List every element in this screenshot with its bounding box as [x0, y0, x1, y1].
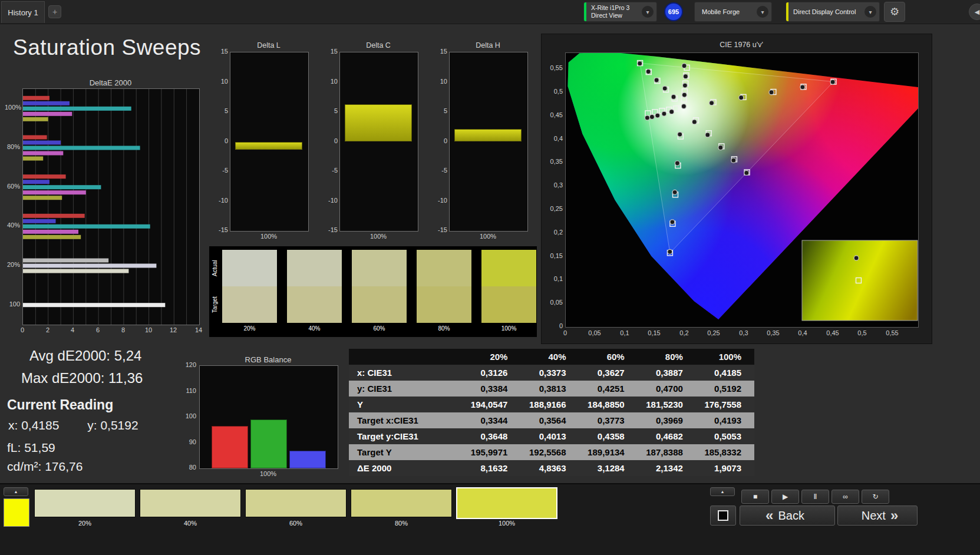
chevron-down-icon[interactable]: ▾ — [864, 6, 876, 18]
de-bar — [23, 230, 78, 234]
measured-marker — [646, 70, 651, 74]
stop-icon: ■ — [753, 493, 757, 501]
display-control-dropdown[interactable]: Direct Display Control ▾ — [786, 2, 880, 22]
measured-marker — [654, 78, 659, 82]
play-icon: ▶ — [783, 493, 788, 501]
saturation-swatch-40%[interactable] — [140, 489, 241, 517]
continuous-icon: ∞ — [843, 493, 848, 501]
saturation-swatch-80%[interactable] — [351, 489, 452, 517]
measured-marker — [744, 170, 749, 175]
meter-line1: X-Rite i1Pro 3 — [591, 4, 629, 12]
axis-tick-label: 100% — [230, 233, 308, 240]
axis-tick-label: 80% — [5, 143, 20, 150]
meter-dropdown[interactable]: X-Rite i1Pro 3 Direct View ▾ — [583, 2, 657, 22]
measured-marker — [705, 133, 710, 137]
measured-marker — [675, 161, 679, 166]
chart-title: RGB Balance — [199, 355, 337, 364]
axis-tick-label: 90 — [180, 438, 196, 445]
measured-marker — [671, 94, 676, 99]
current-reading-label: Current Reading — [7, 397, 113, 413]
actual-target-swatch-panel: Actual Target 20%40%60%80%100% — [209, 246, 537, 337]
table-cell: 0,3126 — [462, 365, 520, 381]
measured-marker — [669, 110, 674, 114]
table-row: Target y:CIE310,36480,40130,43580,46820,… — [349, 428, 754, 444]
axis-tick-label: 6 — [89, 326, 107, 333]
de-bar — [23, 185, 101, 189]
actual-swatch — [222, 250, 277, 286]
table-cell: 4,8363 — [520, 460, 579, 476]
delta-c-chart: Delta C 151050-5-10-15100% — [326, 41, 418, 245]
green-bar — [250, 419, 287, 468]
tab-history-1[interactable]: History 1 — [1, 1, 45, 23]
chevron-down-icon[interactable]: ▾ — [642, 6, 654, 18]
de-bar — [23, 259, 108, 263]
source-dropdown[interactable]: Mobile Forge ▾ — [694, 2, 772, 22]
stop-measure-button[interactable] — [710, 506, 736, 526]
collapse-panel-button[interactable]: ◀ — [969, 4, 980, 20]
cie-1976-chart: CIE 1976 u'v' — [541, 34, 932, 344]
table-cell: 2,1342 — [638, 460, 696, 476]
axis-tick-label: 15 — [326, 48, 338, 55]
rgb-balance-chart: RGB Balance 1201101009080100% — [180, 352, 344, 478]
continuous-button[interactable]: ∞ — [831, 490, 859, 504]
next-button[interactable]: Next » — [837, 506, 918, 526]
table-cell: 189,9134 — [579, 444, 638, 460]
swatch-column-label: 40% — [287, 325, 342, 332]
axis-tick-label: 0,35 — [761, 329, 785, 336]
measurement-table-host: 20%40%60%80%100%x: CIE310,31260,33730,36… — [349, 349, 754, 476]
cie-diagram — [566, 53, 918, 327]
add-tab-button[interactable]: + — [48, 5, 61, 18]
table-header-cell: 40% — [520, 349, 579, 365]
de-bar — [23, 141, 61, 145]
delta-bar — [235, 142, 302, 150]
measured-marker — [682, 92, 687, 97]
measured-marker — [638, 61, 642, 66]
bottom-bar: ▲ 20%40%60%80%100% ▲ ■▶Ⅱ∞↻ « Back Next » — [0, 483, 980, 555]
table-cell: 0,3813 — [520, 381, 579, 397]
measured-marker — [668, 249, 672, 254]
next-button-label: Next — [862, 509, 886, 523]
table-cell: 184,8850 — [579, 397, 638, 412]
axis-tick-label: 0 — [436, 137, 447, 144]
table-cell: 185,8332 — [696, 444, 754, 460]
measured-marker — [718, 146, 723, 150]
table-cell: 181,5230 — [638, 397, 696, 412]
meter-count-badge[interactable]: 695 — [664, 2, 683, 21]
axis-tick-label: 0,4 — [791, 329, 814, 336]
chart-title: Delta C — [339, 41, 417, 49]
saturation-swatch-20%[interactable] — [34, 489, 136, 517]
measured-marker — [769, 90, 774, 95]
axis-tick-label: 15 — [217, 48, 228, 55]
saturation-swatch-60%[interactable] — [245, 489, 347, 517]
actual-swatch — [352, 250, 407, 286]
de-bar — [23, 174, 66, 179]
axis-tick-label: 0,55 — [546, 64, 563, 71]
collapse-strip-left-button[interactable]: ▲ — [4, 487, 28, 496]
actual-swatch — [481, 250, 536, 286]
table-cell: 0,4682 — [638, 428, 696, 444]
axis-tick-label: 0,15 — [642, 329, 666, 336]
pause-button[interactable]: Ⅱ — [801, 490, 829, 504]
swatch-label: 40% — [140, 520, 241, 527]
chevron-down-icon[interactable]: ▾ — [757, 6, 768, 18]
table-cell: 0,3887 — [638, 365, 696, 381]
stop-button[interactable]: ■ — [741, 490, 769, 504]
axis-tick-label: 4 — [64, 326, 81, 333]
de-bar — [23, 224, 150, 229]
table-header-cell: 60% — [579, 349, 638, 365]
table-row-label: Target y:CIE31 — [349, 428, 462, 444]
table-row-label: ΔE 2000 — [349, 460, 462, 476]
table-cell: 0,4185 — [696, 365, 754, 381]
delta-bar — [454, 129, 522, 141]
table-cell: 0,3773 — [579, 412, 638, 428]
back-button[interactable]: « Back — [740, 506, 835, 526]
table-header-cell: 100% — [696, 349, 754, 365]
axis-tick-label: -15 — [436, 226, 447, 233]
measured-marker — [682, 64, 687, 68]
play-button[interactable]: ▶ — [771, 490, 799, 504]
loop-button[interactable]: ↻ — [862, 490, 889, 504]
saturation-swatch-100%[interactable] — [456, 487, 557, 519]
collapse-strip-right-button[interactable]: ▲ — [710, 487, 735, 496]
settings-button[interactable]: ⚙ — [884, 2, 905, 22]
meter-label: X-Rite i1Pro 3 Direct View — [591, 4, 629, 19]
